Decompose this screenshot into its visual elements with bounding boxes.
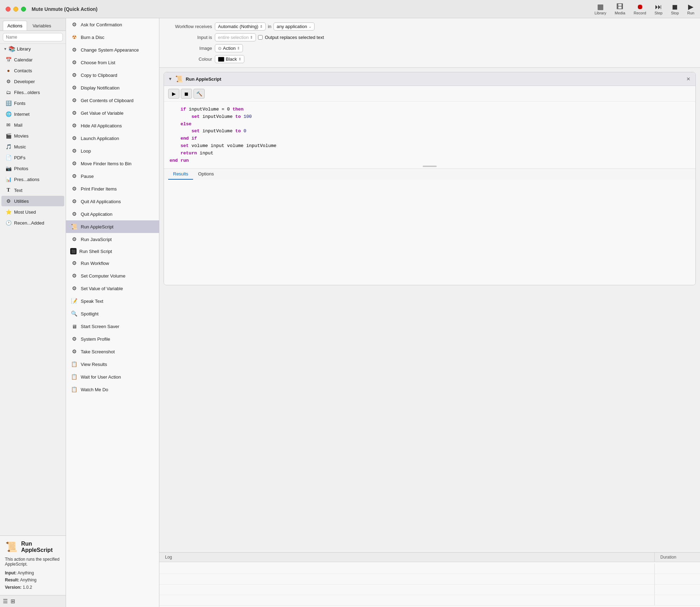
chevron-down-icon: ▼	[4, 47, 7, 51]
action-choose-list[interactable]: ⚙ Choose from List	[66, 56, 159, 69]
most-used-icon: ⭐	[5, 208, 12, 215]
library-button[interactable]: ▦ Library	[594, 3, 606, 15]
search-input[interactable]	[3, 33, 63, 41]
version-value: 1.0.2	[23, 585, 32, 590]
tab-actions[interactable]: Actions	[3, 21, 27, 31]
action-pause[interactable]: ⚙ Pause	[66, 170, 159, 182]
scroll-indicator	[423, 166, 437, 167]
minimize-button[interactable]	[13, 7, 18, 12]
action-hide-all[interactable]: ⚙ Hide All Applications	[66, 119, 159, 132]
action-change-appearance[interactable]: ⚙ Change System Appearance	[66, 44, 159, 56]
compile-script-button[interactable]: 🔨	[193, 89, 205, 99]
sidebar-item-pdfs[interactable]: 📄 PDFs	[1, 152, 64, 163]
sidebar-item-utilities[interactable]: ⚙ Utilities	[1, 196, 64, 206]
ask-confirmation-icon: ⚙	[70, 21, 78, 28]
tab-variables[interactable]: Variables	[28, 21, 55, 31]
action-ask-confirmation[interactable]: ⚙ Ask for Confirmation	[66, 18, 159, 31]
move-finder-icon: ⚙	[70, 160, 78, 167]
sidebar-item-presentations[interactable]: 📊 Pres...ations	[1, 174, 64, 185]
play-script-button[interactable]: ▶	[168, 89, 179, 99]
calendar-icon: 📅	[5, 56, 12, 63]
sidebar-item-contacts[interactable]: ● Contacts	[1, 65, 64, 76]
music-icon: 🎵	[5, 143, 12, 150]
workflow-receives-dropdown[interactable]: Automatic (Nothing) ⇕	[215, 22, 266, 31]
action-loop[interactable]: ⚙ Loop	[66, 145, 159, 157]
action-move-finder[interactable]: ⚙ Move Finder Items to Bin	[66, 157, 159, 170]
action-spotlight[interactable]: 🔍 Spotlight	[66, 307, 159, 320]
action-start-screensaver[interactable]: 🖥 Start Screen Saver	[66, 320, 159, 333]
action-system-profile[interactable]: ⚙ System Profile	[66, 333, 159, 345]
bottom-toolbar: ☰ ⊞	[0, 595, 66, 607]
step-label: Step	[655, 11, 663, 15]
run-button[interactable]: ▶ Run	[687, 3, 694, 15]
list-icon[interactable]: ☰	[3, 598, 8, 605]
action-set-variable[interactable]: ⚙ Set Value of Variable	[66, 282, 159, 295]
sidebar-item-fonts[interactable]: 🔠 Fonts	[1, 98, 64, 108]
action-quit-app[interactable]: ⚙ Quit Application	[66, 208, 159, 220]
action-copy-clipboard[interactable]: ⚙ Copy to Clipboard	[66, 69, 159, 81]
action-get-variable[interactable]: ⚙ Get Value of Variable	[66, 107, 159, 119]
sidebar-item-files[interactable]: 🗂 Files...olders	[1, 87, 64, 98]
action-view-results[interactable]: 📋 View Results	[66, 358, 159, 371]
action-print-finder[interactable]: ⚙ Print Finder Items	[66, 182, 159, 195]
recently-added-icon: 🕐	[5, 219, 12, 226]
chevron-up-down-icon2: ⇕	[250, 35, 253, 39]
action-card-close-button[interactable]: ✕	[686, 76, 691, 82]
action-run-shell[interactable]: ⬛ Run Shell Script	[66, 246, 159, 257]
action-watch-me-do[interactable]: 📋 Watch Me Do	[66, 383, 159, 396]
run-icon: ▶	[688, 3, 693, 10]
step-button[interactable]: ⏭ Step	[655, 3, 663, 15]
output-replaces-checkbox[interactable]	[258, 35, 263, 40]
presentations-icon: 📊	[5, 176, 12, 183]
action-run-workflow[interactable]: ⚙ Run Workflow	[66, 257, 159, 269]
workflow-colour-row: Colour Black ⇕	[166, 55, 693, 63]
action-wait-user[interactable]: 📋 Wait for User Action	[66, 371, 159, 383]
action-burn-disc[interactable]: ☢ Burn a Disc	[66, 31, 159, 44]
sidebar-item-internet[interactable]: 🌐 Internet	[1, 109, 64, 119]
workflow-input-dropdown[interactable]: entire selection ⇕	[215, 33, 256, 41]
sidebar-item-music[interactable]: 🎵 Music	[1, 141, 64, 152]
action-run-applescript[interactable]: 📜 Run AppleScript	[66, 220, 159, 233]
tab-options[interactable]: Options	[193, 169, 219, 180]
action-get-clipboard[interactable]: ⚙ Get Contents of Clipboard	[66, 94, 159, 107]
sidebar-item-most-used[interactable]: ⭐ Most Used	[1, 207, 64, 217]
developer-icon: ⚙	[5, 78, 12, 85]
media-label: Media	[615, 11, 625, 15]
stop-button[interactable]: ◼ Stop	[671, 3, 679, 15]
grid-icon[interactable]: ⊞	[11, 598, 15, 605]
workflow-input-control: entire selection ⇕ Output replaces selec…	[215, 33, 324, 41]
results-area	[164, 180, 695, 285]
library-group-header[interactable]: ▼ 📚 Library	[0, 44, 66, 54]
tab-results[interactable]: Results	[168, 169, 193, 180]
media-button[interactable]: 🎞 Media	[615, 3, 625, 15]
fullscreen-button[interactable]	[21, 7, 26, 12]
sidebar-item-developer[interactable]: ⚙ Developer	[1, 76, 64, 87]
action-launch-app[interactable]: ⚙ Launch Application	[66, 132, 159, 145]
copy-clipboard-icon: ⚙	[70, 71, 78, 79]
action-card-collapse-icon[interactable]: ▼	[168, 76, 172, 81]
action-set-computer-volume[interactable]: ⚙ Set Computer Volume	[66, 269, 159, 282]
version-label: Version:	[5, 585, 21, 590]
stop-script-button[interactable]: ◼	[181, 89, 192, 99]
action-speak-text[interactable]: 📝 Speak Text	[66, 295, 159, 307]
workflow-header: Workflow receives Automatic (Nothing) ⇕ …	[159, 18, 700, 68]
code-editor[interactable]: if inputVolume = 0 then set inputVolume …	[164, 102, 695, 168]
sidebar-item-text[interactable]: T Text	[1, 185, 64, 195]
action-take-screenshot[interactable]: ⚙ Take Screenshot	[66, 345, 159, 358]
sidebar-item-recently-added[interactable]: 🕐 Recen...Added	[1, 218, 64, 228]
wait-user-icon: 📋	[70, 373, 78, 381]
sidebar-item-mail[interactable]: ✉ Mail	[1, 120, 64, 130]
action-quit-all[interactable]: ⚙ Quit All Applications	[66, 195, 159, 208]
sidebar-item-calendar[interactable]: 📅 Calendar	[1, 54, 64, 65]
action-run-javascript[interactable]: ⚙ Run JavaScript	[66, 233, 159, 246]
sidebar-item-movies[interactable]: 🎬 Movies	[1, 131, 64, 141]
workflow-in-dropdown[interactable]: any application ⌄	[273, 22, 315, 31]
main-layout: Actions Variables ▼ 📚 Library 📅 Calendar	[0, 18, 700, 607]
traffic-lights	[6, 7, 26, 12]
record-button[interactable]: ⏺ Record	[634, 3, 646, 15]
workflow-image-dropdown[interactable]: ⊙ Action ⇕	[215, 44, 243, 52]
action-display-notification[interactable]: ⚙ Display Notification	[66, 81, 159, 94]
close-button[interactable]	[6, 7, 11, 12]
sidebar-item-photos[interactable]: 📷 Photos	[1, 163, 64, 174]
workflow-colour-dropdown[interactable]: Black ⇕	[215, 55, 244, 63]
